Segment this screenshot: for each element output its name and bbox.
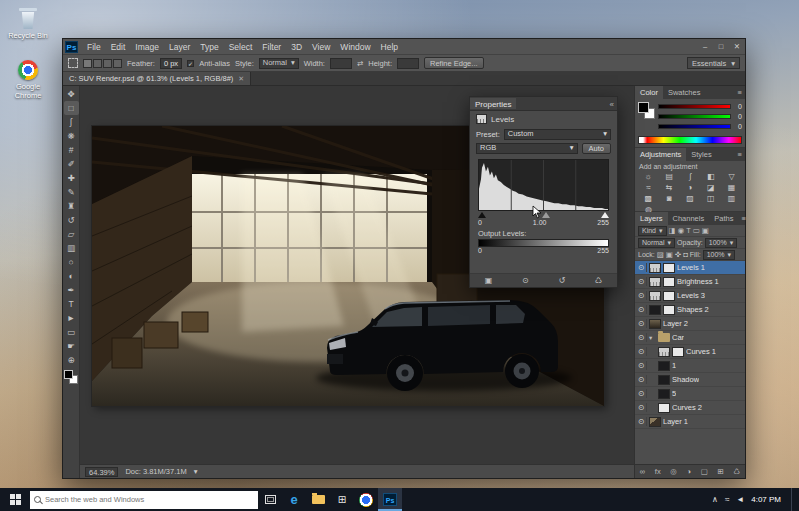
- layer-row[interactable]: ⊙ Shapes 2: [635, 303, 745, 317]
- taskbar-photoshop[interactable]: Ps: [378, 488, 402, 511]
- zoom-tool[interactable]: ⊕: [64, 353, 79, 367]
- workspace-dropdown[interactable]: Essentials ▾: [687, 57, 740, 69]
- collapse-panel-icon[interactable]: «: [607, 98, 617, 109]
- input-levels-slider[interactable]: [478, 211, 609, 219]
- mask-thumbnail[interactable]: [663, 263, 675, 273]
- mask-thumbnail[interactable]: [663, 277, 675, 287]
- layer-row[interactable]: ⊙ 1: [635, 359, 745, 373]
- tab-channels[interactable]: Channels: [668, 212, 710, 225]
- levels-icon[interactable]: ▤: [659, 171, 680, 182]
- refine-edge-button[interactable]: Refine Edge...: [424, 57, 484, 69]
- color-panel-swatches[interactable]: [638, 102, 655, 119]
- visibility-eye-icon[interactable]: ⊙: [637, 375, 647, 384]
- tab-color[interactable]: Color: [635, 86, 663, 99]
- start-button[interactable]: [0, 488, 30, 511]
- output-shadow-value[interactable]: 0: [478, 247, 482, 254]
- blend-mode-dropdown[interactable]: Normal▾: [638, 238, 675, 248]
- visibility-eye-icon[interactable]: ⊙: [637, 333, 647, 342]
- layer-thumbnail[interactable]: [649, 417, 661, 427]
- black-white-icon[interactable]: ◑: [680, 182, 701, 193]
- preset-dropdown[interactable]: Custom▾: [504, 129, 611, 140]
- layer-thumbnail[interactable]: [649, 305, 661, 315]
- brightness-contrast-icon[interactable]: ☼: [638, 171, 659, 182]
- layer-filter-dropdown[interactable]: Kind▾: [638, 226, 667, 236]
- menu-window[interactable]: Window: [335, 42, 375, 52]
- adjustment-thumbnail[interactable]: [649, 277, 661, 287]
- quick-selection-tool[interactable]: ❋: [64, 129, 79, 143]
- auto-button[interactable]: Auto: [582, 143, 611, 154]
- minimize-icon[interactable]: –: [697, 39, 713, 54]
- input-shadow-value[interactable]: 0: [478, 219, 482, 226]
- maximize-icon[interactable]: □: [713, 39, 729, 54]
- shadows-slider-handle[interactable]: [478, 212, 486, 218]
- menu-image[interactable]: Image: [130, 42, 164, 52]
- path-selection-tool[interactable]: ►: [64, 311, 79, 325]
- document-tab[interactable]: C: SUV Render.psd @ 61.3% (Levels 1, RGB…: [63, 72, 251, 85]
- exposure-icon[interactable]: ◧: [700, 171, 721, 182]
- adjustment-thumbnail[interactable]: [658, 403, 670, 413]
- close-icon[interactable]: ✕: [729, 39, 745, 54]
- shape-tool[interactable]: ▭: [64, 325, 79, 339]
- gradient-map-icon[interactable]: ▥: [721, 193, 742, 204]
- tray-expand-icon[interactable]: ∧: [712, 495, 718, 504]
- visibility-eye-icon[interactable]: ⊙: [637, 263, 647, 272]
- link-layers-icon[interactable]: ∞: [640, 467, 645, 476]
- add-mask-icon[interactable]: ◎: [670, 467, 677, 476]
- anti-alias-checkbox[interactable]: ✓: [187, 60, 194, 67]
- adjustment-thumbnail[interactable]: [658, 347, 670, 357]
- lock-pixels-icon[interactable]: ▣: [666, 250, 673, 259]
- visibility-eye-icon[interactable]: ⊙: [637, 277, 647, 286]
- color-swatches[interactable]: [64, 370, 78, 384]
- layer-thumbnail[interactable]: [649, 319, 661, 329]
- mask-thumbnail[interactable]: [663, 291, 675, 301]
- visibility-eye-icon[interactable]: ⊙: [637, 389, 647, 398]
- adjustment-thumbnail[interactable]: [649, 263, 661, 273]
- taskbar-file-explorer[interactable]: [306, 488, 330, 511]
- volume-icon[interactable]: ◄: [736, 495, 744, 504]
- photo-filter-icon[interactable]: ◪: [700, 182, 721, 193]
- search-input[interactable]: [45, 495, 254, 504]
- menu-3d[interactable]: 3D: [286, 42, 307, 52]
- marquee-tool-preset-icon[interactable]: [68, 58, 78, 68]
- menu-help[interactable]: Help: [376, 42, 403, 52]
- gradient-tool[interactable]: ▥: [64, 241, 79, 255]
- tab-swatches[interactable]: Swatches: [663, 86, 706, 99]
- invert-icon[interactable]: ◙: [659, 193, 680, 204]
- taskbar-clock[interactable]: 4:07 PM: [751, 495, 784, 504]
- lock-transparency-icon[interactable]: ▨: [657, 250, 664, 259]
- taskbar-chrome[interactable]: [354, 488, 378, 511]
- channel-mixer-icon[interactable]: ▦: [721, 182, 742, 193]
- taskbar-search[interactable]: [30, 491, 258, 509]
- hue-saturation-icon[interactable]: ≈: [638, 182, 659, 193]
- menu-type[interactable]: Type: [195, 42, 223, 52]
- swap-dimensions-icon[interactable]: ⇄: [357, 59, 363, 68]
- status-caret-icon[interactable]: ▾: [194, 467, 198, 476]
- visibility-eye-icon[interactable]: ⊙: [637, 291, 647, 300]
- layer-row[interactable]: ⊙ Shadow: [635, 373, 745, 387]
- dodge-tool[interactable]: ◐: [64, 269, 79, 283]
- lock-all-icon[interactable]: ◘: [683, 250, 688, 259]
- color-spectrum-ramp[interactable]: [638, 136, 742, 144]
- menu-edit[interactable]: Edit: [106, 42, 131, 52]
- feather-input[interactable]: 0 px: [160, 58, 182, 69]
- show-desktop-button[interactable]: [791, 488, 795, 511]
- taskbar-store[interactable]: ⊞: [330, 488, 354, 511]
- visibility-eye-icon[interactable]: ⊙: [637, 319, 647, 328]
- tab-paths[interactable]: Paths: [709, 212, 738, 225]
- opacity-dropdown[interactable]: 100%▾: [705, 238, 737, 248]
- eyedropper-tool[interactable]: ✐: [64, 157, 79, 171]
- clip-to-layer-icon[interactable]: ▣: [485, 276, 493, 285]
- layer-row[interactable]: ⊙ Brightness 1: [635, 275, 745, 289]
- blur-tool[interactable]: ○: [64, 255, 79, 269]
- hand-tool[interactable]: ☛: [64, 339, 79, 353]
- filter-adjustment-layers-icon[interactable]: ◉: [678, 226, 685, 235]
- delete-layer-icon[interactable]: ♺: [733, 467, 740, 476]
- group-expand-icon[interactable]: ▾: [649, 334, 656, 342]
- mask-thumbnail[interactable]: [663, 305, 675, 315]
- input-highlight-value[interactable]: 255: [597, 219, 609, 226]
- output-highlight-value[interactable]: 255: [597, 247, 609, 254]
- adjustment-thumbnail[interactable]: [649, 291, 661, 301]
- layer-thumbnail[interactable]: [658, 389, 670, 399]
- task-view-button[interactable]: [258, 488, 282, 511]
- layer-style-fx-icon[interactable]: fx: [655, 467, 661, 476]
